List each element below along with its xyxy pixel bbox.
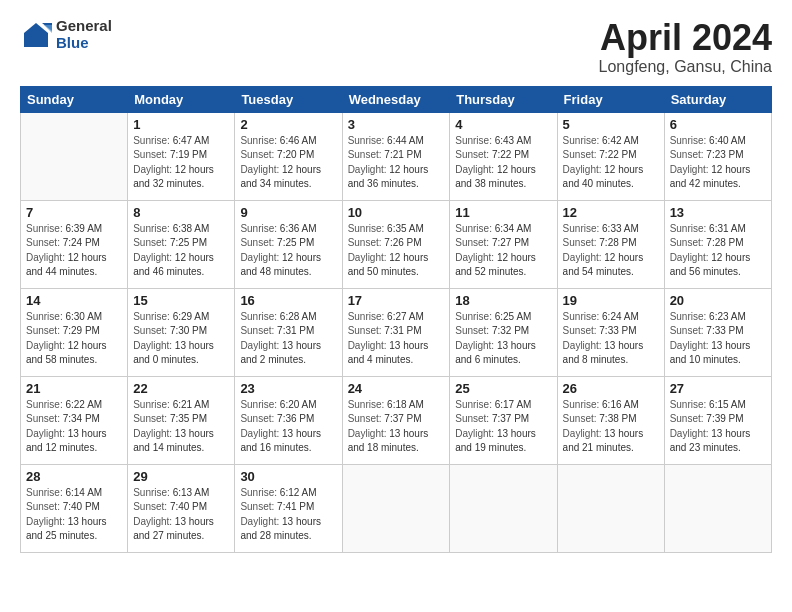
table-row: 20Sunrise: 6:23 AMSunset: 7:33 PMDayligh… bbox=[664, 288, 771, 376]
logo-icon bbox=[20, 19, 52, 51]
day-info: Sunrise: 6:43 AMSunset: 7:22 PMDaylight:… bbox=[455, 134, 551, 192]
logo-blue-text: Blue bbox=[56, 35, 112, 52]
day-number: 22 bbox=[133, 381, 229, 396]
day-info: Sunrise: 6:15 AMSunset: 7:39 PMDaylight:… bbox=[670, 398, 766, 456]
table-row bbox=[450, 464, 557, 552]
day-number: 15 bbox=[133, 293, 229, 308]
table-row: 30Sunrise: 6:12 AMSunset: 7:41 PMDayligh… bbox=[235, 464, 342, 552]
table-row bbox=[21, 112, 128, 200]
table-row: 10Sunrise: 6:35 AMSunset: 7:26 PMDayligh… bbox=[342, 200, 450, 288]
day-info: Sunrise: 6:29 AMSunset: 7:30 PMDaylight:… bbox=[133, 310, 229, 368]
day-info: Sunrise: 6:13 AMSunset: 7:40 PMDaylight:… bbox=[133, 486, 229, 544]
table-row: 11Sunrise: 6:34 AMSunset: 7:27 PMDayligh… bbox=[450, 200, 557, 288]
day-info: Sunrise: 6:34 AMSunset: 7:27 PMDaylight:… bbox=[455, 222, 551, 280]
day-number: 26 bbox=[563, 381, 659, 396]
day-info: Sunrise: 6:21 AMSunset: 7:35 PMDaylight:… bbox=[133, 398, 229, 456]
day-info: Sunrise: 6:38 AMSunset: 7:25 PMDaylight:… bbox=[133, 222, 229, 280]
day-info: Sunrise: 6:30 AMSunset: 7:29 PMDaylight:… bbox=[26, 310, 122, 368]
col-saturday: Saturday bbox=[664, 86, 771, 112]
table-row: 23Sunrise: 6:20 AMSunset: 7:36 PMDayligh… bbox=[235, 376, 342, 464]
day-number: 27 bbox=[670, 381, 766, 396]
day-info: Sunrise: 6:23 AMSunset: 7:33 PMDaylight:… bbox=[670, 310, 766, 368]
calendar-week-5: 28Sunrise: 6:14 AMSunset: 7:40 PMDayligh… bbox=[21, 464, 772, 552]
logo-general-text: General bbox=[56, 18, 112, 35]
day-info: Sunrise: 6:18 AMSunset: 7:37 PMDaylight:… bbox=[348, 398, 445, 456]
table-row: 7Sunrise: 6:39 AMSunset: 7:24 PMDaylight… bbox=[21, 200, 128, 288]
day-number: 25 bbox=[455, 381, 551, 396]
table-row: 14Sunrise: 6:30 AMSunset: 7:29 PMDayligh… bbox=[21, 288, 128, 376]
calendar-week-1: 1Sunrise: 6:47 AMSunset: 7:19 PMDaylight… bbox=[21, 112, 772, 200]
day-number: 4 bbox=[455, 117, 551, 132]
col-sunday: Sunday bbox=[21, 86, 128, 112]
table-row bbox=[664, 464, 771, 552]
day-number: 3 bbox=[348, 117, 445, 132]
day-number: 19 bbox=[563, 293, 659, 308]
day-number: 6 bbox=[670, 117, 766, 132]
day-info: Sunrise: 6:46 AMSunset: 7:20 PMDaylight:… bbox=[240, 134, 336, 192]
day-info: Sunrise: 6:16 AMSunset: 7:38 PMDaylight:… bbox=[563, 398, 659, 456]
day-info: Sunrise: 6:25 AMSunset: 7:32 PMDaylight:… bbox=[455, 310, 551, 368]
day-number: 21 bbox=[26, 381, 122, 396]
day-number: 11 bbox=[455, 205, 551, 220]
table-row: 29Sunrise: 6:13 AMSunset: 7:40 PMDayligh… bbox=[128, 464, 235, 552]
table-row: 9Sunrise: 6:36 AMSunset: 7:25 PMDaylight… bbox=[235, 200, 342, 288]
table-row: 28Sunrise: 6:14 AMSunset: 7:40 PMDayligh… bbox=[21, 464, 128, 552]
table-row bbox=[342, 464, 450, 552]
day-info: Sunrise: 6:35 AMSunset: 7:26 PMDaylight:… bbox=[348, 222, 445, 280]
day-number: 10 bbox=[348, 205, 445, 220]
day-number: 5 bbox=[563, 117, 659, 132]
day-info: Sunrise: 6:33 AMSunset: 7:28 PMDaylight:… bbox=[563, 222, 659, 280]
day-number: 29 bbox=[133, 469, 229, 484]
logo-text: General Blue bbox=[56, 18, 112, 51]
day-number: 17 bbox=[348, 293, 445, 308]
svg-marker-0 bbox=[24, 23, 48, 47]
day-info: Sunrise: 6:17 AMSunset: 7:37 PMDaylight:… bbox=[455, 398, 551, 456]
title-block: April 2024 Longfeng, Gansu, China bbox=[599, 18, 772, 76]
table-row bbox=[557, 464, 664, 552]
day-number: 12 bbox=[563, 205, 659, 220]
day-number: 8 bbox=[133, 205, 229, 220]
col-wednesday: Wednesday bbox=[342, 86, 450, 112]
day-info: Sunrise: 6:44 AMSunset: 7:21 PMDaylight:… bbox=[348, 134, 445, 192]
day-number: 1 bbox=[133, 117, 229, 132]
day-number: 9 bbox=[240, 205, 336, 220]
day-info: Sunrise: 6:31 AMSunset: 7:28 PMDaylight:… bbox=[670, 222, 766, 280]
day-info: Sunrise: 6:42 AMSunset: 7:22 PMDaylight:… bbox=[563, 134, 659, 192]
table-row: 17Sunrise: 6:27 AMSunset: 7:31 PMDayligh… bbox=[342, 288, 450, 376]
table-row: 15Sunrise: 6:29 AMSunset: 7:30 PMDayligh… bbox=[128, 288, 235, 376]
table-row: 6Sunrise: 6:40 AMSunset: 7:23 PMDaylight… bbox=[664, 112, 771, 200]
table-row: 12Sunrise: 6:33 AMSunset: 7:28 PMDayligh… bbox=[557, 200, 664, 288]
day-info: Sunrise: 6:40 AMSunset: 7:23 PMDaylight:… bbox=[670, 134, 766, 192]
calendar-header-row: Sunday Monday Tuesday Wednesday Thursday… bbox=[21, 86, 772, 112]
table-row: 13Sunrise: 6:31 AMSunset: 7:28 PMDayligh… bbox=[664, 200, 771, 288]
day-number: 13 bbox=[670, 205, 766, 220]
day-number: 18 bbox=[455, 293, 551, 308]
day-number: 2 bbox=[240, 117, 336, 132]
calendar-location: Longfeng, Gansu, China bbox=[599, 58, 772, 76]
page: General Blue April 2024 Longfeng, Gansu,… bbox=[0, 0, 792, 612]
col-thursday: Thursday bbox=[450, 86, 557, 112]
day-info: Sunrise: 6:36 AMSunset: 7:25 PMDaylight:… bbox=[240, 222, 336, 280]
day-number: 14 bbox=[26, 293, 122, 308]
table-row: 5Sunrise: 6:42 AMSunset: 7:22 PMDaylight… bbox=[557, 112, 664, 200]
calendar-week-3: 14Sunrise: 6:30 AMSunset: 7:29 PMDayligh… bbox=[21, 288, 772, 376]
table-row: 24Sunrise: 6:18 AMSunset: 7:37 PMDayligh… bbox=[342, 376, 450, 464]
day-info: Sunrise: 6:39 AMSunset: 7:24 PMDaylight:… bbox=[26, 222, 122, 280]
table-row: 21Sunrise: 6:22 AMSunset: 7:34 PMDayligh… bbox=[21, 376, 128, 464]
day-info: Sunrise: 6:27 AMSunset: 7:31 PMDaylight:… bbox=[348, 310, 445, 368]
day-info: Sunrise: 6:24 AMSunset: 7:33 PMDaylight:… bbox=[563, 310, 659, 368]
table-row: 22Sunrise: 6:21 AMSunset: 7:35 PMDayligh… bbox=[128, 376, 235, 464]
table-row: 27Sunrise: 6:15 AMSunset: 7:39 PMDayligh… bbox=[664, 376, 771, 464]
table-row: 3Sunrise: 6:44 AMSunset: 7:21 PMDaylight… bbox=[342, 112, 450, 200]
day-number: 30 bbox=[240, 469, 336, 484]
table-row: 18Sunrise: 6:25 AMSunset: 7:32 PMDayligh… bbox=[450, 288, 557, 376]
day-info: Sunrise: 6:20 AMSunset: 7:36 PMDaylight:… bbox=[240, 398, 336, 456]
day-number: 24 bbox=[348, 381, 445, 396]
col-monday: Monday bbox=[128, 86, 235, 112]
table-row: 2Sunrise: 6:46 AMSunset: 7:20 PMDaylight… bbox=[235, 112, 342, 200]
day-number: 23 bbox=[240, 381, 336, 396]
table-row: 26Sunrise: 6:16 AMSunset: 7:38 PMDayligh… bbox=[557, 376, 664, 464]
day-number: 28 bbox=[26, 469, 122, 484]
day-number: 20 bbox=[670, 293, 766, 308]
table-row: 16Sunrise: 6:28 AMSunset: 7:31 PMDayligh… bbox=[235, 288, 342, 376]
